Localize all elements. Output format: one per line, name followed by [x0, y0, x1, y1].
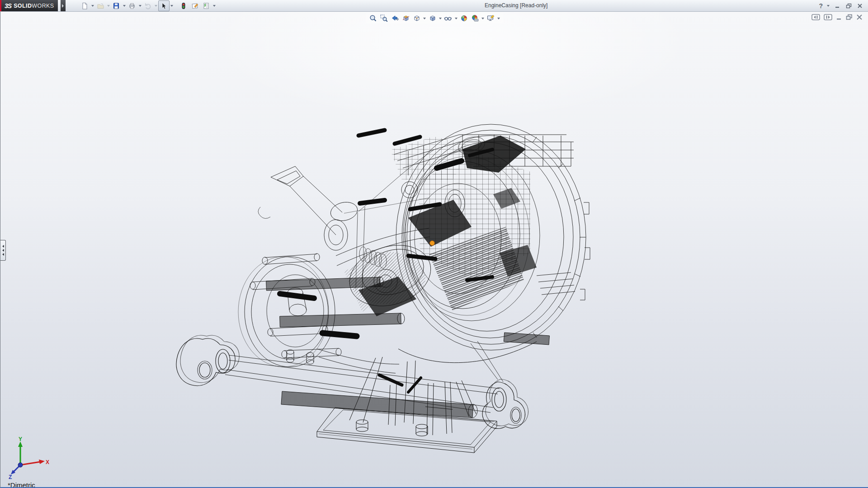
collapse-arrow-icon	[2, 249, 4, 252]
triad-y-label: Y	[19, 436, 22, 442]
zoom-to-area-icon	[380, 14, 388, 22]
previous-view-button[interactable]	[390, 14, 400, 23]
solidworks-window: 3S SOLIDWORKS	[0, 0, 868, 488]
print-button[interactable]	[127, 0, 138, 11]
section-view-icon	[402, 14, 410, 22]
left-pane-icon	[811, 14, 820, 20]
minimize-button[interactable]	[834, 2, 841, 9]
apply-scene-dropdown[interactable]	[481, 13, 485, 23]
close-icon	[857, 3, 863, 9]
window-controls: ?	[819, 0, 863, 11]
open-document-dropdown[interactable]	[106, 1, 111, 11]
save-button[interactable]	[111, 0, 122, 11]
triad-z-label: Z	[9, 474, 12, 479]
help-button[interactable]: ?	[819, 2, 823, 9]
logo-red-stripe	[0, 0, 1, 11]
section-view-button[interactable]	[401, 14, 411, 23]
select-button[interactable]	[158, 0, 170, 11]
options-checklist-icon	[203, 2, 210, 9]
collapse-arrow-icon	[2, 245, 4, 248]
eyeglasses-icon	[444, 14, 452, 22]
save-icon	[113, 2, 120, 9]
origin-marker[interactable]	[430, 241, 435, 246]
view-settings-dropdown[interactable]	[496, 13, 501, 23]
view-settings-icon	[487, 14, 495, 22]
graphics-area[interactable]: Y X Z *Dimetric	[0, 12, 868, 488]
new-document-icon	[81, 2, 88, 9]
title-bar: 3S SOLIDWORKS	[0, 0, 868, 12]
restore-icon	[846, 3, 852, 9]
sketch-icon	[191, 2, 198, 9]
model-left-bracket	[176, 335, 239, 386]
view-orientation-icon	[413, 14, 420, 22]
select-dropdown[interactable]	[170, 1, 174, 11]
undo-button[interactable]	[142, 0, 154, 11]
view-orientation-dropdown[interactable]	[422, 13, 427, 23]
options-dropdown[interactable]	[212, 1, 217, 11]
apply-scene-button[interactable]	[470, 14, 480, 23]
previous-view-icon	[391, 14, 399, 22]
print-icon	[128, 2, 136, 9]
show-left-pane-button[interactable]	[811, 14, 820, 22]
right-pane-icon	[824, 14, 832, 20]
reference-triad: Y X Z	[7, 436, 50, 479]
solidworks-logo: 3S SOLIDWORKS	[0, 0, 58, 11]
brand-name-works: WORKS	[32, 3, 54, 9]
apply-scene-icon	[471, 14, 479, 22]
edit-appearance-button[interactable]	[459, 14, 469, 23]
view-settings-button[interactable]	[486, 14, 496, 23]
display-style-icon	[429, 14, 436, 22]
open-document-icon	[97, 2, 104, 9]
collapse-arrow-icon	[2, 253, 4, 256]
sketch-button[interactable]	[189, 0, 201, 11]
undo-icon	[144, 2, 151, 9]
options-button[interactable]	[201, 0, 212, 11]
restore-button[interactable]	[845, 2, 852, 9]
traffic-light-icon	[180, 2, 187, 9]
restore-document-icon	[846, 14, 853, 20]
hide-show-items-dropdown[interactable]	[454, 13, 458, 23]
wireframe-model	[0, 12, 868, 488]
zoom-to-fit-button[interactable]	[368, 14, 378, 23]
display-style-dropdown[interactable]	[438, 13, 443, 23]
print-dropdown[interactable]	[138, 1, 142, 11]
triad-x-label: X	[46, 459, 49, 465]
headsup-view-toolbar	[366, 13, 503, 23]
minimize-document-button[interactable]	[836, 14, 842, 22]
close-document-button[interactable]	[856, 14, 863, 22]
help-dropdown[interactable]	[827, 4, 830, 8]
interference-detection-button[interactable]	[178, 0, 189, 11]
hide-show-items-button[interactable]	[443, 14, 453, 23]
ds-logo-mark: 3S	[5, 2, 11, 9]
minimize-icon	[835, 3, 840, 9]
new-document-dropdown[interactable]	[90, 1, 95, 11]
save-dropdown[interactable]	[122, 1, 127, 11]
open-document-button[interactable]	[95, 0, 106, 11]
close-document-icon	[856, 14, 863, 20]
show-right-pane-button[interactable]	[824, 14, 832, 22]
view-orientation-button[interactable]	[411, 14, 422, 23]
zoom-to-fit-icon	[369, 14, 377, 22]
brand-name-solid: SOLID	[14, 3, 32, 9]
new-document-button[interactable]	[79, 0, 90, 11]
appearance-ball-icon	[460, 14, 468, 22]
display-style-button[interactable]	[427, 14, 438, 23]
close-button[interactable]	[856, 2, 863, 9]
select-cursor-icon	[160, 2, 167, 9]
window-title: EngineCasing [Read-only]	[485, 0, 547, 11]
restore-document-button[interactable]	[846, 14, 853, 22]
undo-dropdown[interactable]	[154, 1, 158, 11]
document-window-controls	[811, 14, 863, 22]
standard-toolbar	[79, 0, 217, 11]
zoom-to-area-button[interactable]	[379, 14, 389, 23]
featuremanager-collapsed-tab[interactable]	[0, 240, 6, 261]
minimize-document-icon	[836, 14, 842, 20]
menu-expand-arrow-icon[interactable]	[61, 0, 66, 11]
